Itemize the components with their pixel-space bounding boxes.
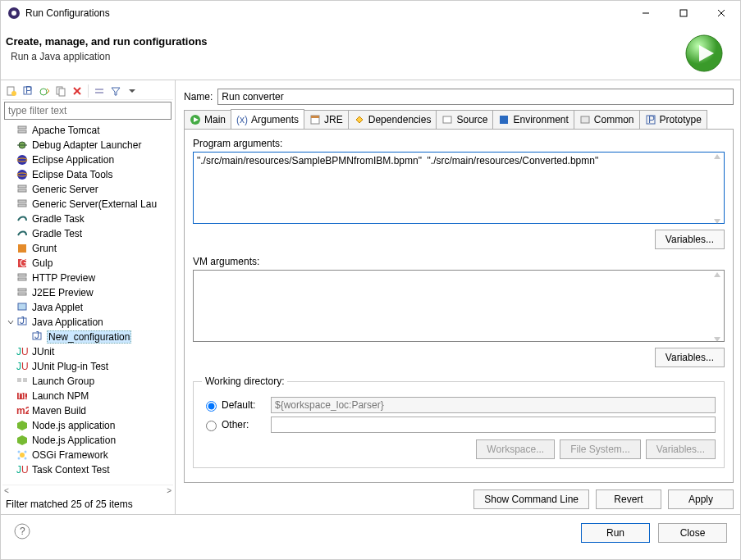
wd-default-label: Default: — [222, 399, 271, 411]
show-command-line-button[interactable]: Show Command Line — [473, 489, 589, 509]
tree-item[interactable]: Debug Adapter Launcher — [2, 138, 173, 153]
tree-item[interactable]: HTTP Preview — [2, 271, 173, 285]
tree-item[interactable]: m2Maven Build — [2, 403, 173, 418]
window-title: Run Configurations — [25, 7, 627, 19]
tree-item[interactable]: Grunt — [2, 241, 173, 256]
svg-marker-75 — [714, 272, 720, 277]
tab-main[interactable]: Main — [184, 110, 231, 129]
left-toolbar: P — [2, 82, 173, 100]
new-config-icon[interactable] — [4, 84, 19, 98]
filter-input[interactable] — [4, 102, 172, 120]
collapse-all-icon[interactable] — [92, 84, 107, 98]
dialog-footer: ? Run Close — [1, 514, 740, 550]
tree-item[interactable]: Generic Server(External Lau — [2, 197, 173, 212]
tree-item[interactable]: npmLaunch NPM — [2, 389, 173, 403]
svg-text:J: J — [34, 330, 39, 341]
close-window-button[interactable] — [702, 1, 740, 25]
run-button[interactable]: Run — [581, 523, 650, 543]
tree-item-child[interactable]: JNew_configuration — [2, 330, 173, 344]
svg-text:P: P — [648, 114, 655, 125]
node-icon — [16, 419, 29, 432]
wd-other-input[interactable] — [271, 417, 716, 433]
duplicate-icon[interactable] — [53, 84, 68, 98]
tree-item[interactable]: GGulp — [2, 256, 173, 271]
maximize-button[interactable] — [665, 1, 702, 25]
tree-item[interactable]: Generic Server — [2, 182, 173, 197]
tree-item[interactable]: Launch Group — [2, 374, 173, 389]
tree-item[interactable]: JUJUnit Plug-in Test — [2, 359, 173, 374]
help-icon[interactable]: ? — [14, 523, 30, 542]
jre-tab-icon — [309, 114, 321, 125]
tree-item[interactable]: Gradle Test — [2, 226, 173, 241]
server-icon — [16, 124, 29, 137]
chevron-down-icon[interactable] — [6, 318, 16, 326]
tree-item-label: Node.js Application — [32, 435, 116, 446]
tree-item[interactable]: JUJUnit — [2, 344, 173, 359]
tree-item-label: JUnit — [32, 346, 54, 357]
filter-icon[interactable] — [108, 84, 123, 98]
wd-default-radio[interactable] — [206, 401, 217, 412]
revert-button[interactable]: Revert — [596, 489, 661, 509]
tree-item[interactable]: JUTask Context Test — [2, 462, 173, 477]
vm-args-scrollbar[interactable] — [711, 271, 723, 343]
svg-rect-49 — [17, 378, 21, 382]
delete-icon[interactable] — [70, 84, 85, 98]
server-icon — [16, 271, 29, 285]
tree-item[interactable]: Apache Tomcat — [2, 123, 173, 138]
tab-proto[interactable]: PPrototype — [639, 110, 707, 129]
program-args-variables-button[interactable]: Variables... — [655, 230, 725, 249]
name-input[interactable] — [217, 89, 734, 105]
dialog-title: Create, manage, and run configurations — [6, 35, 208, 48]
group-icon — [16, 375, 29, 388]
grunt-icon — [16, 242, 29, 255]
minimize-button[interactable] — [627, 1, 665, 25]
vm-args-label: VM arguments: — [193, 256, 725, 267]
workspace-button[interactable]: Workspace... — [476, 439, 555, 459]
program-args-scrollbar[interactable] — [711, 153, 723, 225]
new-proto-icon[interactable]: P — [21, 84, 35, 98]
svg-rect-22 — [18, 130, 26, 133]
close-button[interactable]: Close — [658, 523, 727, 543]
svg-rect-39 — [18, 293, 26, 295]
svg-point-9 — [11, 91, 16, 96]
tree-item[interactable]: Eclipse Data Tools — [2, 167, 173, 182]
tab-arguments[interactable]: (x)=Arguments — [231, 109, 304, 129]
tab-bar: Main(x)=ArgumentsJREDependenciesSourceEn… — [184, 110, 734, 130]
export-icon[interactable] — [37, 84, 52, 98]
working-directory-legend: Working directory: — [202, 376, 287, 387]
wd-other-radio[interactable] — [206, 421, 217, 431]
apply-button[interactable]: Apply — [668, 489, 734, 509]
tree-item[interactable]: Eclipse Application — [2, 153, 173, 167]
vm-args-variables-button[interactable]: Variables... — [655, 348, 725, 367]
tree-item-label: Generic Server(External Lau — [32, 198, 157, 210]
tree-item[interactable]: Node.js application — [2, 418, 173, 433]
dialog-header: Create, manage, and run configurations R… — [1, 25, 740, 80]
tab-label: Dependencies — [368, 114, 432, 125]
tab-jre[interactable]: JRE — [304, 110, 349, 129]
tab-env[interactable]: Environment — [492, 110, 574, 129]
tab-common[interactable]: Common — [574, 110, 640, 129]
filter-menu-icon[interactable] — [125, 84, 140, 98]
tree-h-scrollbar[interactable]: <> — [2, 485, 173, 496]
tab-source[interactable]: Source — [436, 110, 493, 129]
tree-item[interactable]: Node.js Application — [2, 433, 173, 448]
tree-item[interactable]: JJava Application — [2, 315, 173, 330]
tree-item[interactable]: J2EE Preview — [2, 285, 173, 300]
tab-deps[interactable]: Dependencies — [348, 110, 437, 129]
tree-item-label: JUnit Plug-in Test — [32, 361, 108, 372]
common-tab-icon — [579, 114, 591, 125]
filesystem-button[interactable]: File System... — [560, 439, 641, 459]
name-label: Name: — [184, 91, 213, 102]
program-args-textarea[interactable] — [193, 152, 725, 224]
server-icon — [16, 286, 29, 299]
vm-args-textarea[interactable] — [193, 270, 725, 342]
tree-item[interactable]: OSGi Framework — [2, 448, 173, 462]
tab-label: Source — [456, 114, 487, 125]
config-tree[interactable]: Apache TomcatDebug Adapter LauncherEclip… — [2, 121, 173, 485]
wd-variables-button[interactable]: Variables... — [646, 439, 716, 459]
junit-icon: JU — [16, 345, 29, 358]
tree-item[interactable]: Java Applet — [2, 300, 173, 315]
svg-rect-50 — [23, 378, 27, 382]
tree-item[interactable]: Gradle Task — [2, 212, 173, 226]
svg-point-58 — [25, 451, 27, 453]
